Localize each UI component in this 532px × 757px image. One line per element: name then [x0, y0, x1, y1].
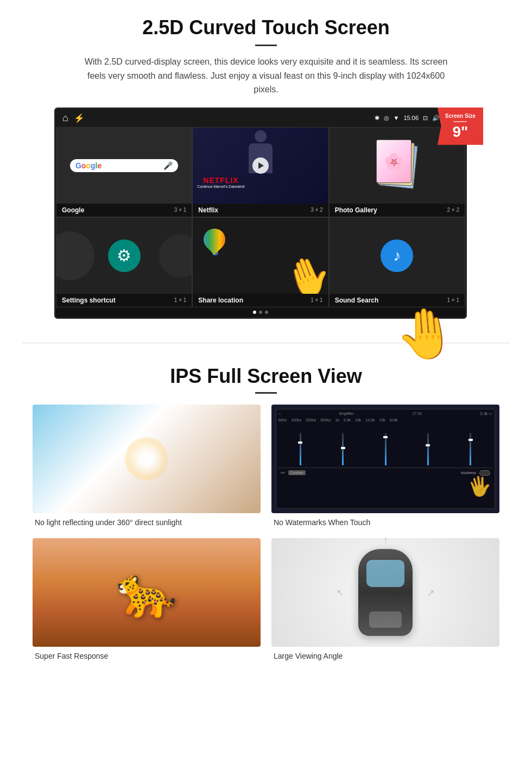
slider-5	[451, 433, 490, 465]
app-cell-sound[interactable]: ♪ Sound Search 1 × 1	[329, 217, 465, 307]
volume-icon: 🔊	[432, 115, 440, 122]
netflix-logo-text: NETFLIX	[197, 176, 244, 185]
thumb-4	[426, 444, 430, 446]
netflix-cell-inner: NETFLIX Continue Marvel's Daredevil	[193, 128, 328, 204]
track-1	[300, 433, 301, 465]
slider-1	[281, 433, 320, 465]
google-app-size: 3 × 1	[174, 207, 187, 213]
section-ips: IPS Full Screen View No light reflecting…	[0, 354, 532, 677]
share-label-bar: Share location 1 × 1	[193, 294, 328, 307]
google-logo: Google	[75, 161, 102, 170]
feature-grid: No light reflecting under 360° direct su…	[33, 405, 499, 661]
gallery-app-label: Photo Gallery	[335, 206, 377, 214]
bg-circle-left	[56, 231, 94, 280]
settings-icon-wrap: ⚙	[108, 239, 141, 272]
hand-pointer-main: 🤚	[393, 302, 459, 364]
slider-4	[408, 433, 447, 465]
netflix-label-bar: Netflix 3 × 2	[193, 204, 328, 217]
gallery-label-bar: Photo Gallery 2 × 2	[330, 204, 465, 217]
feature-cheetah: 🐆 Super Fast Response	[33, 538, 261, 661]
google-search-bar[interactable]: Google 🎤	[70, 159, 178, 172]
section-curved-touch: 2.5D Curved Touch Screen With 2.5D curve…	[0, 0, 532, 332]
section2-divider	[255, 392, 277, 394]
amp-hand-icon: 🖐	[466, 473, 493, 499]
feature-sunlight: No light reflecting under 360° direct su…	[33, 405, 261, 527]
music-note-icon: ♪	[393, 247, 401, 264]
feature-img-amplifier: ⌂ Amplifier 17:33 ⊡ ⊠ ▭ 60hz100hz200hz50…	[271, 405, 499, 513]
gallery-stack: 🌸	[375, 138, 419, 193]
car-visual: ↖ ↗ ↑	[271, 538, 499, 647]
location-icon: ◎	[384, 115, 389, 122]
bg-circle-right	[159, 234, 192, 277]
badge-divider	[453, 121, 467, 122]
track-4	[427, 433, 429, 465]
screen-size-badge: Screen Size 9"	[438, 108, 483, 145]
thumb-1	[298, 441, 302, 444]
g-maps-logo: G	[204, 229, 225, 257]
feature-amplifier: ⌂ Amplifier 17:33 ⊡ ⊠ ▭ 60hz100hz200hz50…	[271, 405, 499, 527]
google-label-bar: Google 3 × 1	[56, 204, 192, 217]
car-windshield	[366, 560, 404, 587]
status-bar: ⌂ ⚡ ✱ ◎ ▼ 15:06 ⊡ 🔊 ✗ ▭	[56, 109, 465, 127]
google-cell-inner: Google 🎤	[56, 128, 192, 204]
stack-card-1: 🌸	[376, 140, 411, 183]
track-5	[470, 433, 471, 465]
sunlight-visual	[33, 405, 261, 513]
feature-label-sunlight: No light reflecting under 360° direct su…	[33, 518, 182, 527]
home-icon: ⌂	[62, 112, 68, 124]
feature-img-cheetah: 🐆	[33, 538, 261, 647]
settings-app-size: 1 × 1	[174, 297, 187, 303]
amp-header: ⌂ Amplifier 17:33 ⊡ ⊠ ▭	[278, 412, 492, 416]
share-cell-inner: G 🤚	[193, 218, 328, 294]
device-screen: ⌂ ⚡ ✱ ◎ ▼ 15:06 ⊡ 🔊 ✗ ▭	[54, 108, 467, 319]
play-triangle	[258, 162, 264, 169]
view-angle-left: ↖	[337, 587, 344, 597]
play-button[interactable]	[252, 157, 269, 174]
feature-label-car: Large Viewing Angle	[271, 652, 343, 660]
netflix-app-label: Netflix	[198, 206, 218, 214]
view-angle-top: ↑	[383, 538, 388, 545]
app-grid-row1: Google 🎤 Google 3 × 1	[56, 127, 465, 217]
settings-app-label: Settings shortcut	[62, 297, 116, 304]
amplifier-visual: ⌂ Amplifier 17:33 ⊡ ⊠ ▭ 60hz100hz200hz50…	[271, 405, 499, 513]
slider-3	[366, 433, 405, 465]
thumb-5	[468, 439, 473, 441]
feature-label-cheetah: Super Fast Response	[33, 652, 108, 660]
netflix-logo-overlay: NETFLIX Continue Marvel's Daredevil	[197, 176, 244, 188]
car-top-view	[358, 549, 413, 636]
app-grid-row2: ⚙ Settings shortcut 1 × 1 G	[56, 217, 465, 307]
view-angle-right: ↗	[427, 587, 434, 597]
sound-app-label: Sound Search	[335, 297, 379, 304]
feature-img-sunlight	[33, 405, 261, 513]
status-left: ⌂ ⚡	[62, 112, 85, 124]
amp-loudness-label: loudness	[461, 471, 476, 475]
hand-pointer-share: 🤚	[277, 248, 328, 293]
slider-2	[323, 433, 362, 465]
section1-divider	[255, 45, 277, 46]
amp-sliders	[278, 424, 492, 468]
cheetah-emoji: 🐆	[116, 564, 177, 621]
app-cell-settings[interactable]: ⚙ Settings shortcut 1 × 1	[56, 217, 192, 307]
wifi-icon: ▼	[394, 115, 400, 121]
amp-screen: ⌂ Amplifier 17:33 ⊡ ⊠ ▭ 60hz100hz200hz50…	[276, 409, 495, 509]
amp-custom-btn: Custom	[288, 470, 306, 475]
google-app-label: Google	[62, 206, 84, 214]
music-icon-wrap: ♪	[381, 239, 413, 272]
status-time: 15:06	[403, 115, 419, 121]
settings-gear-icon: ⚙	[117, 246, 131, 265]
sound-cell-inner: ♪	[330, 218, 465, 294]
share-app-label: Share location	[198, 297, 243, 304]
section2-title: IPS Full Screen View	[33, 365, 499, 388]
car-top-view-wrap: ↖ ↗ ↑	[358, 549, 413, 636]
feature-car: ↖ ↗ ↑ Large Viewing Angle	[271, 538, 499, 661]
amp-footer: «» Custom loudness	[278, 468, 492, 478]
share-app-size: 1 × 1	[311, 297, 323, 303]
dot-3	[265, 311, 268, 314]
track-2	[342, 433, 344, 465]
app-cell-share[interactable]: G 🤚 Share location 1 × 1	[192, 217, 328, 307]
gallery-app-size: 2 × 2	[447, 207, 459, 213]
sun-glow	[125, 437, 168, 481]
app-cell-google[interactable]: Google 🎤 Google 3 × 1	[56, 127, 192, 217]
app-cell-netflix[interactable]: NETFLIX Continue Marvel's Daredevil Netf…	[192, 127, 328, 217]
section1-description: With 2.5D curved-display screen, this de…	[76, 55, 456, 97]
